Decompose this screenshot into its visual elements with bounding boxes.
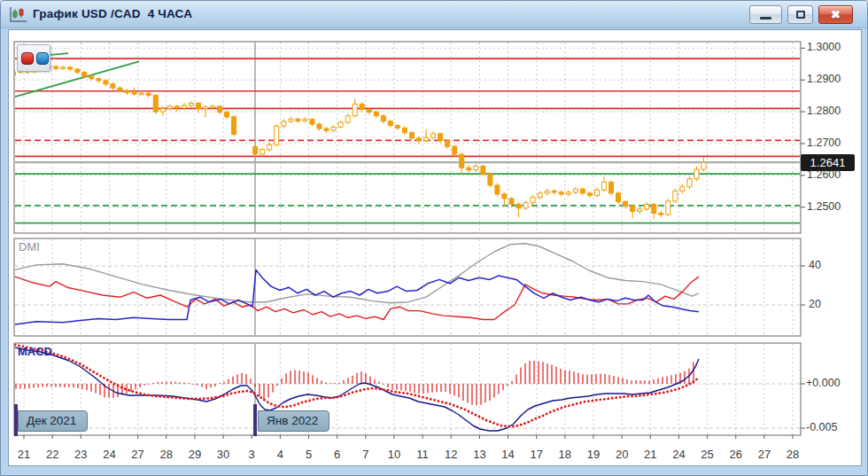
minimize-button[interactable]: [749, 5, 782, 24]
close-button[interactable]: ✖: [818, 5, 853, 24]
month-badge: Янв 2022: [258, 410, 329, 432]
blue-series-button[interactable]: [36, 52, 49, 65]
minimize-icon: [760, 17, 771, 20]
maximize-icon: [796, 11, 805, 19]
chart-app-icon: [9, 6, 28, 24]
red-series-button[interactable]: [21, 52, 34, 65]
app-window: График USD /CAD 4 ЧАСА ✖ DMI MACD 1.2641…: [0, 0, 868, 476]
close-icon: ✖: [819, 6, 852, 23]
window-title: График USD /CAD 4 ЧАСА: [33, 7, 192, 20]
current-price-badge: 1.2641: [801, 154, 855, 171]
chart-canvas[interactable]: [14, 42, 801, 435]
instrument-toolbar: [17, 44, 50, 72]
title-bar[interactable]: График USD /CAD 4 ЧАСА ✖: [1, 1, 868, 28]
month-badge: Дек 2021: [18, 410, 88, 432]
maximize-button[interactable]: [787, 5, 813, 24]
